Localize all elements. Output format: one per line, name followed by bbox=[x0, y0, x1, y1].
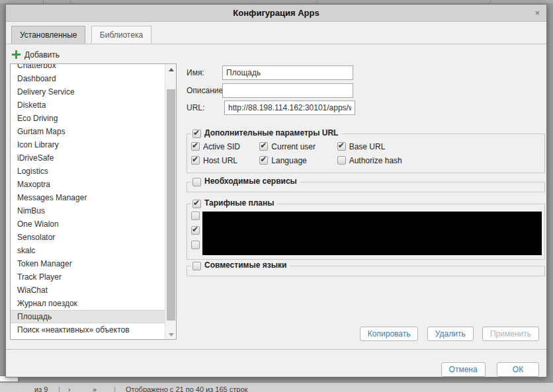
action-button-row: Копировать Удалить Применить bbox=[353, 327, 539, 341]
scroll-up-icon[interactable] bbox=[165, 64, 177, 75]
list-item[interactable]: Token Manager bbox=[11, 257, 165, 270]
copy-button[interactable]: Копировать bbox=[360, 327, 419, 341]
compatible-languages-section: Совместимые языки bbox=[187, 260, 545, 276]
base-url-checkbox[interactable] bbox=[337, 142, 346, 151]
description-field[interactable] bbox=[222, 83, 353, 98]
required-services-section: Необходимые сервисы bbox=[187, 176, 545, 192]
list-item-selected[interactable]: Площадь bbox=[11, 310, 165, 323]
scroll-down-icon[interactable] bbox=[165, 329, 177, 339]
list-item[interactable]: Eco Driving bbox=[11, 112, 165, 125]
compatible-languages-title: Совместимые языки bbox=[204, 260, 286, 270]
redacted-region bbox=[202, 212, 542, 255]
list-item[interactable]: Track Player bbox=[11, 270, 165, 284]
list-item[interactable]: Dashboard bbox=[11, 72, 165, 85]
close-icon[interactable]: × bbox=[534, 5, 540, 22]
billing-plans-section: Тарифные планы bbox=[187, 198, 545, 260]
tab-installed[interactable]: Установленные bbox=[11, 26, 85, 44]
background-pagination-bar: из 9 | › » | Отображено с 21 по 40 из 16… bbox=[0, 382, 553, 392]
apply-button[interactable]: Применить bbox=[482, 327, 539, 341]
compatible-languages-checkbox[interactable] bbox=[192, 262, 201, 270]
cancel-button[interactable]: Отмена bbox=[441, 362, 486, 377]
list-item[interactable]: WiaChat bbox=[11, 284, 165, 297]
billing-plan-checkbox[interactable] bbox=[191, 226, 200, 235]
pagination-next-icon[interactable]: › bbox=[68, 385, 71, 392]
list-item[interactable]: Disketta bbox=[11, 98, 165, 112]
list-item[interactable]: iDriveSafe bbox=[11, 151, 165, 165]
list-item[interactable]: NimBus bbox=[11, 204, 165, 217]
background-toolbar bbox=[0, 0, 553, 3]
active-sid-label: Active SID bbox=[203, 142, 240, 151]
list-item[interactable]: Maxoptra bbox=[11, 178, 165, 191]
language-label: Language bbox=[271, 156, 306, 165]
host-url-checkbox[interactable] bbox=[191, 156, 200, 165]
host-url-label: Host URL bbox=[203, 156, 237, 165]
language-checkbox[interactable] bbox=[259, 156, 268, 165]
required-services-checkbox[interactable] bbox=[192, 178, 201, 186]
list-item[interactable]: skalc bbox=[11, 244, 165, 257]
authorize-hash-label: Authorize hash bbox=[349, 156, 402, 165]
list-item[interactable]: Chatterbox bbox=[11, 63, 165, 72]
separator: | bbox=[114, 385, 116, 392]
description-label: Описание: bbox=[187, 83, 226, 98]
required-services-title: Необходимые сервисы bbox=[204, 176, 297, 186]
billing-plans-title: Тарифные планы bbox=[204, 198, 274, 208]
url-label: URL: bbox=[187, 100, 204, 115]
list-scrollbar[interactable] bbox=[165, 64, 176, 339]
url-params-title: Дополнительные параметры URL bbox=[204, 128, 338, 137]
name-label: Имя: bbox=[187, 65, 204, 80]
delete-button[interactable]: Удалить bbox=[427, 327, 474, 341]
pagination-last-icon[interactable]: » bbox=[93, 385, 97, 392]
separator: | bbox=[58, 385, 60, 392]
billing-plan-checkbox[interactable] bbox=[191, 241, 200, 249]
active-sid-checkbox[interactable] bbox=[191, 142, 200, 151]
authorize-hash-checkbox[interactable] bbox=[337, 156, 346, 165]
add-app-label: Добавить bbox=[24, 50, 60, 59]
tab-library[interactable]: Библиотека bbox=[91, 26, 151, 44]
url-params-checkbox[interactable] bbox=[192, 130, 201, 138]
list-item[interactable]: Messages Manager bbox=[11, 191, 165, 204]
list-item[interactable]: Поиск «неактивных» объектов bbox=[11, 323, 165, 336]
ok-button[interactable]: ОК bbox=[497, 362, 539, 377]
billing-plans-checkbox[interactable] bbox=[192, 200, 201, 208]
list-item[interactable]: Delivery Service bbox=[11, 85, 165, 98]
dialog-header: Конфигурация Apps × bbox=[6, 5, 546, 22]
plus-icon bbox=[12, 50, 21, 59]
pagination-summary: Отображено с 21 по 40 из 165 строк bbox=[126, 385, 247, 392]
tab-panel-divider bbox=[6, 44, 546, 44]
list-item[interactable]: Sensolator bbox=[11, 231, 165, 244]
dialog-title: Конфигурация Apps bbox=[6, 5, 546, 22]
base-url-label: Base URL bbox=[349, 142, 386, 151]
app-list: Chatterbox Dashboard Delivery Service Di… bbox=[10, 63, 177, 340]
name-field[interactable] bbox=[222, 65, 353, 80]
add-app-button[interactable]: Добавить bbox=[12, 50, 60, 59]
list-item[interactable]: One Wialon bbox=[11, 217, 165, 231]
billing-plan-checkbox[interactable] bbox=[191, 212, 200, 220]
url-field[interactable] bbox=[224, 100, 355, 115]
scrollbar-thumb[interactable] bbox=[167, 89, 175, 321]
tab-bar: Установленные Библиотека bbox=[11, 26, 155, 44]
url-params-section: Дополнительные параметры URL Active SID … bbox=[187, 128, 545, 173]
footer-divider bbox=[6, 349, 546, 350]
pagination-page-of: из 9 bbox=[34, 385, 48, 392]
list-item[interactable]: Logistics bbox=[11, 165, 165, 178]
current-user-checkbox[interactable] bbox=[259, 142, 268, 151]
current-user-label: Current user bbox=[271, 142, 316, 151]
list-item[interactable]: Icon Library bbox=[11, 138, 165, 151]
list-item[interactable]: Gurtam Maps bbox=[11, 125, 165, 138]
list-item[interactable]: Журнал поездок bbox=[11, 297, 165, 310]
footer-button-row: Отмена ОК bbox=[432, 362, 539, 377]
apps-config-dialog: Конфигурация Apps × Установленные Библио… bbox=[5, 4, 547, 377]
